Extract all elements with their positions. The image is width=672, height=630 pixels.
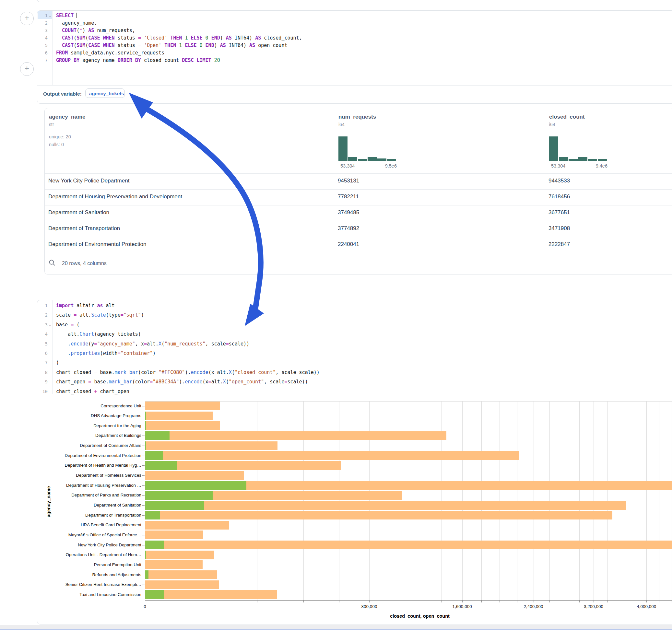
python-cell-card: 1import altair as alt2scale = alt.Scale(…	[37, 300, 672, 625]
code-text: SELECT	[56, 12, 77, 20]
histogram-bar	[598, 159, 607, 161]
code-line[interactable]: 10chart_closed + chart_open	[37, 387, 672, 396]
table-row[interactable]: Department of Housing Preservation and D…	[45, 189, 672, 205]
table-cell: Department of Housing Preservation and D…	[48, 193, 182, 200]
code-line[interactable]: 7GROUP BY agency_name ORDER BY closed_co…	[37, 57, 672, 64]
table-cell: 3677651	[549, 209, 570, 216]
line-number: 3	[37, 320, 48, 330]
code-line[interactable]: 5 .encode(y="agency_name", x=alt.X("num_…	[37, 339, 672, 349]
code-line[interactable]: 4 alt.Chart(agency_tickets)	[37, 330, 672, 339]
line-number: 9	[37, 377, 48, 387]
line-number: 1	[37, 12, 48, 20]
line-number: 5	[37, 339, 48, 349]
code-text: CAST(SUM(CASE WHEN status = 'Closed' THE…	[56, 34, 302, 42]
histogram-bar	[549, 137, 558, 161]
code-line[interactable]: 4 CAST(SUM(CASE WHEN status = 'Closed' T…	[37, 34, 672, 42]
add-cell-button-top[interactable]: +	[20, 12, 34, 25]
line-number: 1	[37, 301, 48, 311]
code-line[interactable]: 5 CAST(SUM(CASE WHEN status = 'Open' THE…	[37, 42, 672, 49]
code-text: COUNT(*) AS num_requests,	[56, 27, 135, 34]
histogram-bar	[569, 159, 578, 161]
line-number: 8	[37, 368, 48, 377]
search-icon[interactable]	[49, 259, 56, 266]
code-text: chart_closed = base.mark_bar(color="#FFC…	[56, 368, 320, 377]
table-row[interactable]: Department of Environmental Protection22…	[45, 237, 672, 253]
line-number: 2	[37, 311, 48, 320]
code-text: GROUP BY agency_name ORDER BY closed_cou…	[56, 57, 220, 64]
table-footer-text: 20 rows, 4 columns	[62, 261, 107, 266]
column-type: i64	[549, 122, 555, 127]
chevron-down-icon[interactable]: ⌄	[49, 320, 51, 330]
chevron-down-icon[interactable]: ⌄	[49, 12, 51, 20]
line-number: 3	[37, 27, 48, 34]
table-cell: 3749485	[338, 209, 359, 216]
histogram-bar	[377, 159, 386, 161]
table-cell: Department of Environmental Protection	[48, 241, 146, 248]
previous-cell-bottom-edge	[37, 0, 672, 2]
column-meta: unique: 20	[49, 134, 71, 139]
table-cell: 2240041	[338, 241, 359, 248]
code-text: base = (	[56, 320, 79, 330]
table-cell: Department of Transportation	[48, 225, 120, 232]
code-line[interactable]: 2scale = alt.Scale(type="sqrt")	[37, 311, 672, 320]
table-cell: 2222847	[549, 241, 570, 248]
sql-code-editor[interactable]: 1⌄SELECT 2 agency_name,3 COUNT(*) AS num…	[37, 11, 672, 85]
column-header-closed_count[interactable]: closed_count	[549, 114, 585, 120]
code-text: .encode(y="agency_name", x=alt.X("num_re…	[56, 339, 249, 349]
code-line[interactable]: 1⌄SELECT	[37, 12, 672, 20]
line-number: 5	[37, 42, 48, 49]
line-number: 6	[37, 349, 48, 358]
histogram-max-label: 9.5e6	[338, 163, 397, 169]
histogram-bar	[348, 157, 357, 161]
column-header-num_requests[interactable]: num_requests	[338, 114, 376, 120]
code-text: .properties(width="container")	[56, 349, 155, 358]
code-line[interactable]: 8chart_closed = base.mark_bar(color="#FF…	[37, 368, 672, 377]
code-text: CAST(SUM(CASE WHEN status = 'Open' THEN …	[56, 42, 287, 49]
line-number: 2	[37, 20, 48, 27]
result-table-card: agency_namestrunique: 20nulls: 0num_requ…	[44, 108, 672, 274]
output-variable-pill[interactable]: agency_tickets	[85, 89, 125, 98]
table-row[interactable]: New York City Police Department945313194…	[45, 173, 672, 189]
histogram-bar	[588, 159, 597, 161]
code-line[interactable]: 6FROM sample_data.nyc.service_requests	[37, 49, 672, 57]
text-cursor	[76, 13, 77, 18]
code-line[interactable]: 2 agency_name,	[37, 20, 672, 27]
column-type: i64	[338, 122, 344, 127]
histogram-bar	[368, 157, 377, 161]
code-line[interactable]: 7)	[37, 358, 672, 367]
line-number: 7	[37, 358, 48, 367]
code-text: FROM sample_data.nyc.service_requests	[56, 49, 164, 57]
column-header-agency_name[interactable]: agency_name	[49, 114, 85, 120]
histogram-bar	[387, 159, 396, 161]
table-row[interactable]: Department of Sanitation37494853677651	[45, 205, 672, 221]
code-text: )	[56, 358, 59, 367]
column-type: str	[49, 122, 54, 127]
output-variable-label: Output variable:	[43, 91, 82, 97]
code-text: agency_name,	[56, 20, 97, 27]
table-footer: 20 rows, 4 columns	[45, 253, 672, 274]
code-line[interactable]: 3⌄base = (	[37, 320, 672, 330]
python-code-editor[interactable]: 1import altair as alt2scale = alt.Scale(…	[37, 300, 672, 394]
histogram-max-label: 9.4e6	[549, 163, 607, 169]
table-cell: Department of Sanitation	[48, 209, 109, 216]
table-cell: 7618456	[549, 193, 570, 200]
code-text: chart_open = base.mark_bar(color="#8BC34…	[56, 377, 308, 387]
add-cell-button-middle[interactable]: +	[20, 62, 34, 76]
line-number: 10	[37, 387, 48, 396]
table-cell: 9453131	[338, 177, 359, 184]
table-row[interactable]: Department of Transportation377489234719…	[45, 221, 672, 237]
sql-cell-card: 1⌄SELECT 2 agency_name,3 COUNT(*) AS num…	[37, 10, 672, 104]
code-line[interactable]: 9chart_open = base.mark_bar(color="#8BC3…	[37, 377, 672, 387]
code-text: alt.Chart(agency_tickets)	[56, 330, 141, 339]
line-number: 7	[37, 57, 48, 64]
histogram-bar	[338, 137, 347, 161]
code-line[interactable]: 6 .properties(width="container")	[37, 349, 672, 358]
code-line[interactable]: 3 COUNT(*) AS num_requests,	[37, 27, 672, 34]
line-number: 4	[37, 330, 48, 339]
next-cell-edge	[0, 629, 672, 630]
line-number: 6	[37, 49, 48, 57]
code-line[interactable]: 1import altair as alt	[37, 301, 672, 311]
column-meta: nulls: 0	[49, 142, 64, 147]
table-cell: 9443533	[549, 177, 570, 184]
histogram-bar	[559, 157, 568, 161]
